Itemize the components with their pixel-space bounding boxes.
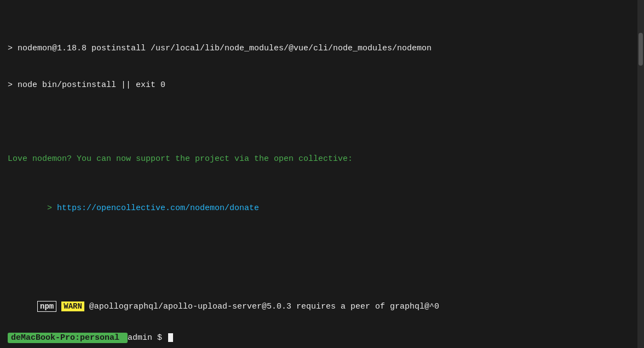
prompt-user: admin bbox=[128, 333, 152, 343]
prompt-symbol: $ bbox=[157, 333, 167, 343]
output-line-6 bbox=[8, 252, 636, 264]
warn-badge: WARN bbox=[61, 301, 84, 311]
nodemon-donate-link[interactable]: https://opencollective.com/nodemon/donat… bbox=[57, 204, 259, 213]
warn-text-1: @apollographql/apollo-upload-server@5.0.… bbox=[84, 302, 439, 311]
scrollbar-thumb[interactable] bbox=[639, 33, 643, 66]
output-line-2: > node bin/postinstall || exit 0 bbox=[8, 79, 636, 92]
terminal-prompt: deMacBook-Pro:personal admin $ bbox=[8, 333, 173, 343]
output-line-4: Love nodemon? You can now support the pr… bbox=[8, 153, 636, 166]
terminal: > nodemon@1.18.8 postinstall /usr/local/… bbox=[0, 0, 644, 348]
output-line-1: > nodemon@1.18.8 postinstall /usr/local/… bbox=[8, 43, 636, 55]
prompt-hostname: deMacBook-Pro:personal bbox=[8, 333, 128, 343]
terminal-cursor bbox=[168, 333, 173, 342]
scrollbar[interactable] bbox=[637, 0, 644, 348]
terminal-output: > nodemon@1.18.8 postinstall /usr/local/… bbox=[8, 5, 636, 348]
output-line-5: > https://opencollective.com/nodemon/don… bbox=[8, 190, 636, 228]
npm-badge: npm bbox=[37, 301, 56, 312]
output-line-7: npm WARN @apollographql/apollo-upload-se… bbox=[8, 289, 636, 326]
prompt-name-text: deMacBook-Pro:personal bbox=[11, 333, 119, 343]
output-line-3 bbox=[8, 117, 636, 129]
link-prefix: > bbox=[37, 204, 57, 213]
